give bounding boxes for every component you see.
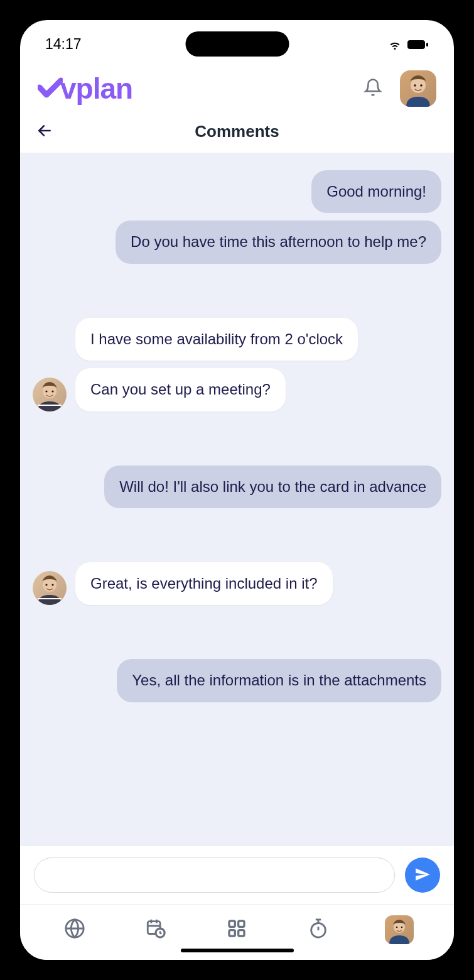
nav-avatar bbox=[385, 915, 414, 944]
globe-icon bbox=[64, 918, 85, 942]
page-header: Comments bbox=[20, 114, 454, 153]
svg-rect-20 bbox=[229, 921, 235, 927]
message-bubble[interactable]: I have some availability from 2 o'clock bbox=[75, 318, 358, 361]
input-bar bbox=[20, 846, 454, 904]
svg-rect-22 bbox=[229, 930, 235, 936]
svg-rect-23 bbox=[239, 930, 244, 936]
svg-point-29 bbox=[396, 927, 398, 928]
send-icon bbox=[414, 866, 431, 885]
message-group: Yes, all the information is in the attac… bbox=[33, 659, 441, 702]
message-group: Good morning! Do you have time this afte… bbox=[33, 170, 441, 264]
message-row: Great, is everything included in it? bbox=[33, 562, 333, 605]
page-title: Comments bbox=[35, 122, 439, 141]
svg-point-10 bbox=[45, 584, 47, 586]
message-group: I have some availability from 2 o'clock … bbox=[33, 318, 441, 411]
message-row: I have some availability from 2 o'clock bbox=[33, 318, 358, 361]
stopwatch-icon bbox=[308, 918, 329, 942]
message-bubble[interactable]: Good morning! bbox=[311, 170, 441, 213]
message-bubble[interactable]: Will do! I'll also link you to the card … bbox=[104, 466, 441, 508]
notification-bell-icon[interactable] bbox=[364, 77, 382, 101]
user-avatar[interactable] bbox=[400, 70, 436, 107]
message-bubble[interactable]: Great, is everything included in it? bbox=[75, 562, 333, 605]
message-group: Will do! I'll also link you to the card … bbox=[33, 466, 441, 508]
svg-point-30 bbox=[401, 927, 403, 928]
grid-icon bbox=[227, 918, 247, 941]
sender-avatar[interactable] bbox=[33, 378, 67, 411]
svg-rect-21 bbox=[239, 921, 244, 927]
wifi-icon bbox=[387, 38, 402, 51]
nav-timer[interactable] bbox=[303, 915, 333, 945]
brand-name: vplan bbox=[60, 72, 132, 106]
brand-logo[interactable]: vplan bbox=[38, 72, 132, 106]
app-header: vplan bbox=[20, 61, 454, 114]
status-time: 14:17 bbox=[45, 36, 82, 53]
svg-rect-0 bbox=[407, 40, 425, 49]
nav-calendar[interactable] bbox=[141, 915, 171, 945]
message-bubble[interactable]: Can you set up a meeting? bbox=[75, 368, 286, 411]
message-bubble[interactable]: Yes, all the information is in the attac… bbox=[117, 659, 441, 702]
send-button[interactable] bbox=[405, 858, 440, 893]
svg-point-8 bbox=[51, 390, 53, 392]
nav-grid[interactable] bbox=[222, 915, 252, 945]
phone-notch bbox=[185, 31, 289, 57]
message-group: Great, is everything included in it? bbox=[33, 562, 441, 605]
message-row: Can you set up a meeting? bbox=[33, 368, 286, 411]
back-button[interactable] bbox=[35, 122, 54, 141]
svg-point-3 bbox=[414, 84, 416, 87]
svg-point-11 bbox=[51, 584, 53, 586]
sender-avatar[interactable] bbox=[33, 571, 67, 605]
svg-point-4 bbox=[420, 84, 423, 87]
nav-globe[interactable] bbox=[60, 915, 90, 945]
nav-profile[interactable] bbox=[384, 915, 414, 945]
message-input[interactable] bbox=[34, 858, 395, 893]
phone-frame: 14:17 vplan bbox=[13, 13, 461, 967]
chat-area[interactable]: Good morning! Do you have time this afte… bbox=[20, 153, 454, 846]
svg-rect-1 bbox=[426, 43, 428, 46]
svg-point-7 bbox=[45, 390, 47, 392]
battery-icon bbox=[407, 40, 429, 50]
message-bubble[interactable]: Do you have time this afternoon to help … bbox=[116, 220, 441, 263]
logo-check-icon bbox=[38, 73, 63, 107]
calendar-clock-icon bbox=[145, 918, 166, 942]
status-icons bbox=[387, 38, 429, 51]
home-indicator[interactable] bbox=[181, 949, 294, 952]
